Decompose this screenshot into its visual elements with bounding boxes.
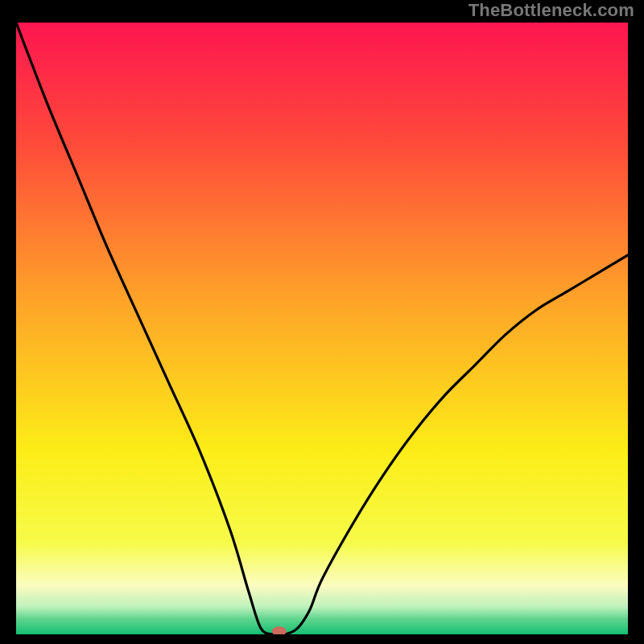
gradient-background: [16, 23, 628, 634]
bottleneck-chart: [16, 23, 628, 634]
attribution-label: TheBottleneck.com: [469, 0, 634, 21]
chart-frame: TheBottleneck.com: [0, 0, 644, 644]
